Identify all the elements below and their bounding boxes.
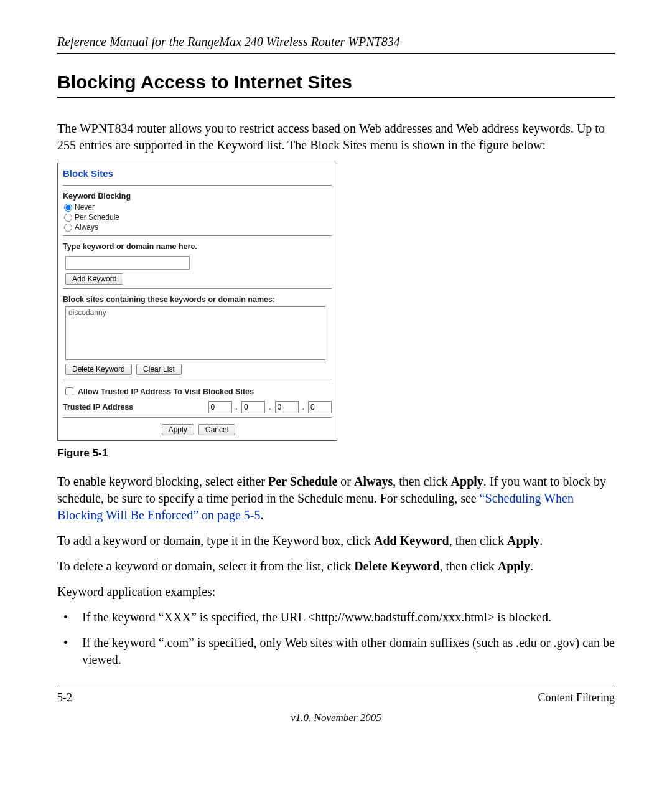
examples-list: If the keyword “XXX” is specified, the U…	[57, 609, 615, 668]
block-sites-panel: Block Sites Keyword Blocking Never Per S…	[57, 163, 337, 441]
keyword-input[interactable]	[65, 256, 190, 270]
allow-trusted-row[interactable]: Allow Trusted IP Address To Visit Blocke…	[63, 385, 332, 397]
allow-trusted-label: Allow Trusted IP Address To Visit Blocke…	[78, 387, 254, 396]
allow-trusted-checkbox[interactable]	[65, 387, 73, 395]
intro-paragraph: The WPNT834 router allows you to restric…	[57, 120, 615, 154]
radio-never-label: Never	[75, 203, 95, 212]
panel-title: Block Sites	[63, 168, 332, 179]
delete-paragraph: To delete a keyword or domain, select it…	[57, 558, 615, 575]
header-rule	[57, 53, 615, 54]
list-item: If the keyword “.com” is specified, only…	[57, 635, 615, 668]
panel-separator	[63, 235, 332, 236]
footer-version: v1.0, November 2005	[57, 712, 615, 724]
ip-dot: .	[269, 403, 271, 412]
radio-per-schedule-label: Per Schedule	[75, 213, 119, 222]
running-header: Reference Manual for the RangeMax 240 Wi…	[57, 35, 615, 49]
radio-always[interactable]	[64, 224, 72, 232]
radio-always-row[interactable]: Always	[64, 223, 332, 232]
figure-block-sites: Block Sites Keyword Blocking Never Per S…	[57, 163, 615, 460]
heading-rule	[57, 97, 615, 98]
delete-keyword-button[interactable]: Delete Keyword	[65, 364, 132, 375]
examples-intro: Keyword application examples:	[57, 583, 615, 600]
radio-never[interactable]	[64, 204, 72, 212]
add-keyword-button[interactable]: Add Keyword	[65, 273, 123, 285]
cancel-button[interactable]: Cancel	[198, 424, 235, 435]
ip-dot: .	[236, 403, 238, 412]
panel-separator	[63, 379, 332, 379]
keyword-listbox[interactable]: discodanny	[65, 306, 325, 360]
block-list-label: Block sites containing these keywords or…	[63, 295, 332, 304]
ip-dot: .	[302, 403, 304, 412]
panel-separator	[63, 185, 332, 186]
list-item: If the keyword “XXX” is specified, the U…	[57, 609, 615, 626]
panel-footer-buttons: Apply Cancel	[63, 424, 332, 435]
footer-row: 5-2 Content Filtering	[57, 691, 615, 704]
radio-per-schedule-row[interactable]: Per Schedule	[64, 213, 332, 222]
chapter-name: Content Filtering	[538, 691, 615, 704]
radio-always-label: Always	[75, 223, 98, 232]
document-page: Reference Manual for the RangeMax 240 Wi…	[0, 0, 672, 749]
panel-separator	[63, 288, 332, 289]
ip-octet-3[interactable]	[275, 401, 299, 413]
section-heading: Blocking Access to Internet Sites	[57, 72, 615, 93]
clear-list-button[interactable]: Clear List	[136, 364, 182, 375]
ip-octet-2[interactable]	[241, 401, 265, 413]
list-item[interactable]: discodanny	[68, 308, 322, 317]
panel-separator	[63, 417, 332, 418]
footer-rule	[57, 687, 615, 687]
type-keyword-label: Type keyword or domain name here.	[63, 242, 332, 251]
trusted-ip-label: Trusted IP Address	[63, 403, 133, 412]
page-number: 5-2	[57, 691, 72, 704]
enable-paragraph: To enable keyword blocking, select eithe…	[57, 473, 615, 524]
ip-octet-1[interactable]	[208, 401, 232, 413]
ip-octet-4[interactable]	[308, 401, 332, 413]
trusted-ip-row: Trusted IP Address . . .	[63, 401, 332, 413]
radio-per-schedule[interactable]	[64, 214, 72, 222]
figure-caption: Figure 5-1	[57, 447, 615, 460]
apply-button[interactable]: Apply	[162, 424, 194, 435]
add-paragraph: To add a keyword or domain, type it in t…	[57, 532, 615, 549]
radio-never-row[interactable]: Never	[64, 203, 332, 212]
keyword-blocking-label: Keyword Blocking	[63, 192, 332, 201]
